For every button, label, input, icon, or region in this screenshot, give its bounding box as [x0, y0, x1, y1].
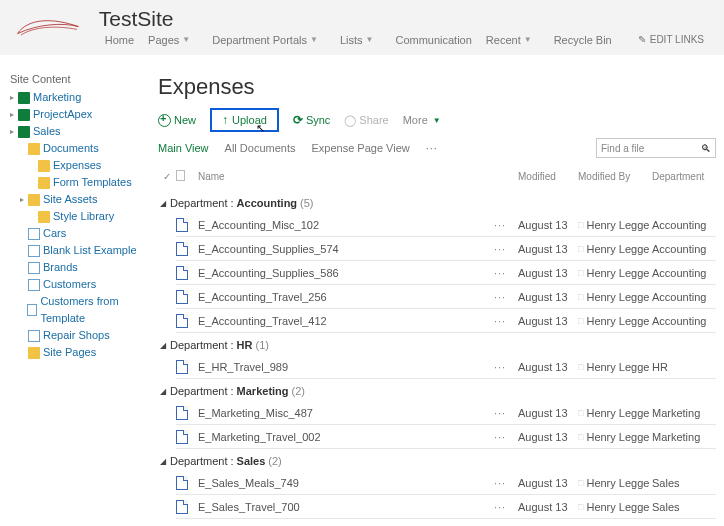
row-ellipsis-menu[interactable]: ···	[494, 243, 518, 255]
nav-item-department-portals[interactable]: Department Portals▼	[206, 32, 332, 48]
table-row[interactable]: E_Marketing_Travel_002···August 13□Henry…	[158, 425, 716, 448]
file-name[interactable]: E_Accounting_Supplies_586	[194, 267, 494, 279]
col-modified[interactable]: Modified	[518, 171, 578, 182]
file-name[interactable]: E_Marketing_Misc_487	[194, 407, 494, 419]
share-label: Share	[359, 114, 388, 126]
modified-by[interactable]: □Henry Legge	[578, 315, 652, 327]
modified-by[interactable]: □Henry Legge	[578, 291, 652, 303]
modified-by[interactable]: □Henry Legge	[578, 431, 652, 443]
new-button[interactable]: New	[158, 114, 196, 127]
table-row[interactable]: E_HR_Travel_989···August 13□Henry LeggeH…	[158, 355, 716, 378]
modified-date: August 13	[518, 431, 578, 443]
file-name[interactable]: E_Marketing_Travel_002	[194, 431, 494, 443]
group-header[interactable]: ◢Department : Sales (2)	[158, 449, 716, 471]
word-doc-icon	[176, 430, 188, 444]
modified-by[interactable]: □Henry Legge	[578, 243, 652, 255]
modified-by[interactable]: □Henry Legge	[578, 407, 652, 419]
presence-icon: □	[578, 478, 583, 488]
modified-by[interactable]: □Henry Legge	[578, 267, 652, 279]
nav-item-communication[interactable]: Communication	[389, 32, 477, 48]
modified-date: August 13	[518, 291, 578, 303]
table-row[interactable]: E_Marketing_Misc_487···August 13□Henry L…	[158, 401, 716, 424]
file-name[interactable]: E_Accounting_Travel_412	[194, 315, 494, 327]
view-main[interactable]: Main View	[158, 142, 209, 154]
file-name[interactable]: E_HR_Travel_989	[194, 361, 494, 373]
col-department[interactable]: Department	[652, 171, 716, 182]
file-type-icon	[176, 314, 194, 328]
view-more-ellipsis[interactable]: ···	[426, 142, 438, 154]
group-header[interactable]: ◢Department : HR (1)	[158, 333, 716, 355]
department-value: Accounting	[652, 291, 716, 303]
word-doc-icon	[176, 406, 188, 420]
row-ellipsis-menu[interactable]: ···	[494, 501, 518, 513]
presence-icon: □	[578, 244, 583, 254]
table-row[interactable]: E_Sales_Travel_700···August 13□Henry Leg…	[158, 495, 716, 518]
row-ellipsis-menu[interactable]: ···	[494, 431, 518, 443]
table-row[interactable]: E_Accounting_Supplies_586···August 13□He…	[158, 261, 716, 284]
nav-item-recent[interactable]: Recent▼	[480, 32, 546, 48]
drag-files-hint: Drag files here to upload	[158, 519, 716, 526]
modified-by[interactable]: □Henry Legge	[578, 477, 652, 489]
presence-icon: □	[578, 316, 583, 326]
sync-button[interactable]: ⟳ Sync	[293, 113, 330, 127]
table-row[interactable]: E_Accounting_Travel_412···August 13□Henr…	[158, 309, 716, 332]
site-title[interactable]: TestSite	[99, 8, 710, 30]
presence-icon: □	[578, 220, 583, 230]
file-name[interactable]: E_Accounting_Supplies_574	[194, 243, 494, 255]
group-header[interactable]: ◢Department : Accounting (5)	[158, 191, 716, 213]
file-name[interactable]: E_Sales_Travel_700	[194, 501, 494, 513]
presence-icon: □	[578, 432, 583, 442]
view-expense-page[interactable]: Expense Page View	[311, 142, 409, 154]
modified-date: August 13	[518, 219, 578, 231]
file-name[interactable]: E_Sales_Meals_749	[194, 477, 494, 489]
view-all-documents[interactable]: All Documents	[225, 142, 296, 154]
col-name[interactable]: Name	[194, 171, 494, 182]
row-ellipsis-menu[interactable]: ···	[494, 477, 518, 489]
search-box[interactable]: Find a file 🔍︎	[596, 138, 716, 158]
search-placeholder: Find a file	[601, 143, 644, 154]
nav-item-lists[interactable]: Lists▼	[334, 32, 388, 48]
table-row[interactable]: E_Accounting_Travel_256···August 13□Henr…	[158, 285, 716, 308]
file-type-icon	[176, 218, 194, 232]
upload-button[interactable]: ↑ Upload ↖	[210, 108, 279, 132]
department-value: Sales	[652, 477, 716, 489]
word-doc-icon	[176, 218, 188, 232]
search-icon[interactable]: 🔍︎	[701, 143, 711, 154]
edit-links[interactable]: ✎ EDIT LINKS	[632, 32, 710, 47]
word-doc-icon	[176, 242, 188, 256]
suite-bar: TestSite HomePages▼Department Portals▼Li…	[0, 0, 724, 55]
chevron-down-icon: ▼	[433, 116, 441, 125]
nav-item-pages[interactable]: Pages▼	[142, 32, 204, 48]
file-name[interactable]: E_Accounting_Travel_256	[194, 291, 494, 303]
modified-by[interactable]: □Henry Legge	[578, 219, 652, 231]
presence-icon: □	[578, 362, 583, 372]
modified-by[interactable]: □Henry Legge	[578, 501, 652, 513]
sync-icon: ⟳	[293, 113, 303, 127]
table-row[interactable]: E_Accounting_Supplies_574···August 13□He…	[158, 237, 716, 260]
file-type-icon	[176, 476, 194, 490]
row-ellipsis-menu[interactable]: ···	[494, 219, 518, 231]
new-label: New	[174, 114, 196, 126]
site-logo[interactable]	[6, 10, 93, 46]
department-value: Accounting	[652, 219, 716, 231]
file-name[interactable]: E_Accounting_Misc_102	[194, 219, 494, 231]
nav-item-home[interactable]: Home	[99, 32, 140, 48]
main-content: Expenses New ↑ Upload ↖ ⟳ Sync ◯ Share M…	[0, 74, 716, 526]
department-value: Sales	[652, 501, 716, 513]
col-modified-by[interactable]: Modified By	[578, 171, 652, 182]
row-ellipsis-menu[interactable]: ···	[494, 291, 518, 303]
modified-by[interactable]: □Henry Legge	[578, 361, 652, 373]
modified-date: August 13	[518, 501, 578, 513]
more-button[interactable]: More ▼	[403, 114, 441, 126]
row-ellipsis-menu[interactable]: ···	[494, 361, 518, 373]
col-select-all[interactable]: ✓	[158, 171, 176, 182]
row-ellipsis-menu[interactable]: ···	[494, 267, 518, 279]
row-ellipsis-menu[interactable]: ···	[494, 315, 518, 327]
row-ellipsis-menu[interactable]: ···	[494, 407, 518, 419]
group-header[interactable]: ◢Department : Marketing (2)	[158, 379, 716, 401]
table-row[interactable]: E_Sales_Meals_749···August 13□Henry Legg…	[158, 471, 716, 494]
upload-arrow-icon: ↑	[222, 113, 228, 127]
share-button[interactable]: ◯ Share	[344, 114, 388, 127]
table-row[interactable]: E_Accounting_Misc_102···August 13□Henry …	[158, 213, 716, 236]
nav-item-recycle-bin[interactable]: Recycle Bin	[548, 32, 618, 48]
